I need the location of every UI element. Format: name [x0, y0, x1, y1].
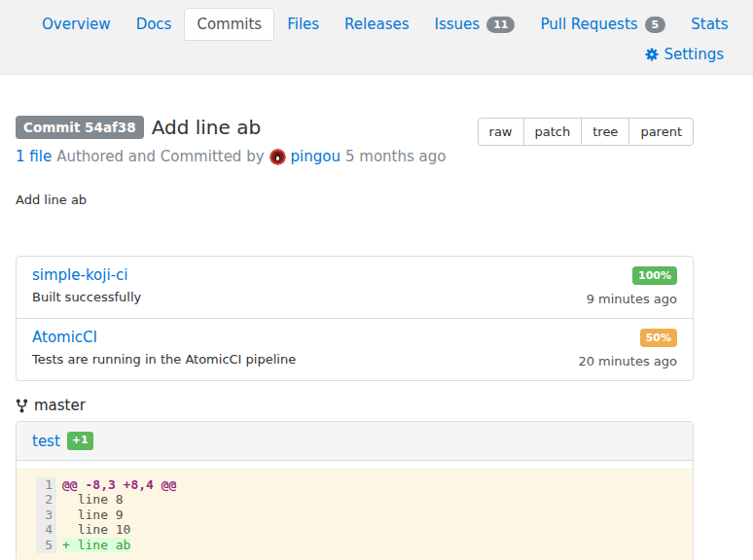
gear-icon	[645, 48, 659, 61]
ci-atomicci-link[interactable]: AtomicCI	[32, 329, 97, 346]
tab-issues[interactable]: Issues 11	[422, 8, 528, 41]
tab-files-label: Files	[287, 16, 319, 33]
line-number[interactable]: 2	[36, 492, 56, 508]
commit-time: 5 months ago	[345, 148, 446, 165]
tab-overview-label: Overview	[42, 16, 111, 33]
branch-name: master	[34, 397, 86, 414]
diff-line: 2 line 8	[17, 492, 693, 508]
commit-hash-badge: Commit 54af38	[16, 116, 144, 139]
settings-link[interactable]: Settings	[645, 46, 724, 63]
ci-info: AtomicCI Tests are running in the Atomic…	[32, 329, 296, 368]
files-changed-link[interactable]: 1 file	[16, 148, 52, 165]
commit-byline: 1 file Authored and Committed by pingou …	[16, 148, 446, 165]
ci-percent-badge: 50%	[640, 329, 677, 347]
diff-code-block: 1 @@ -8,3 +8,4 @@ 2 line 8 3 line 9 4 li…	[17, 469, 693, 560]
diff-line: 4 line 10	[17, 522, 693, 538]
patch-button[interactable]: patch	[523, 118, 583, 146]
project-nav-tabs: Overview Docs Commits Files Releases Iss…	[0, 8, 753, 41]
diff-line-text: line 8	[62, 492, 124, 507]
commit-actions: raw patch tree parent	[478, 118, 694, 146]
issues-count-badge: 11	[486, 17, 515, 33]
line-number[interactable]: 3	[36, 508, 56, 523]
tab-commits-label: Commits	[197, 16, 262, 33]
ci-percent-badge: 100%	[632, 266, 677, 285]
tab-files[interactable]: Files	[274, 8, 332, 41]
avatar	[269, 149, 286, 165]
diff-line-text: line 9	[62, 508, 124, 522]
ci-timestamp: 9 minutes ago	[587, 292, 677, 306]
tab-stats-label: Stats	[691, 16, 728, 33]
diff-line-text: line 10	[62, 522, 130, 537]
settings-label: Settings	[663, 46, 724, 63]
commit-description: Add line ab	[16, 192, 694, 207]
main-content: Commit 54af38Add line ab 1 file Authored…	[16, 116, 694, 560]
commit-title: Add line ab	[152, 116, 261, 139]
diff-panel-body: 1 @@ -8,3 +8,4 @@ 2 line 8 3 line 9 4 li…	[17, 461, 693, 560]
byline-text: Authored and Committed by	[56, 148, 264, 165]
ci-timestamp: 20 minutes ago	[578, 354, 677, 368]
diff-line-text: + line ab	[62, 538, 130, 552]
ci-result: 50% 20 minutes ago	[578, 329, 677, 368]
branch-indicator: master	[16, 397, 694, 414]
line-number[interactable]: 1	[36, 477, 56, 493]
settings-row: Settings	[0, 41, 753, 74]
diff-line-text: @@ -8,3 +8,4 @@	[62, 477, 176, 492]
author-link[interactable]: pingou	[291, 148, 341, 165]
tab-overview[interactable]: Overview	[29, 8, 124, 41]
tab-pull-requests[interactable]: Pull Requests 5	[527, 8, 678, 41]
ci-simple-koji-ci-link[interactable]: simple-koji-ci	[32, 266, 127, 284]
diff-file-link[interactable]: test	[32, 433, 60, 450]
additions-badge: +1	[67, 432, 93, 449]
tab-docs-label: Docs	[136, 16, 172, 33]
ci-result: 100% 9 minutes ago	[587, 266, 677, 306]
ci-info: simple-koji-ci Built successfully	[32, 266, 141, 306]
line-number[interactable]: 4	[36, 522, 56, 538]
ci-status-text: Built successfully	[32, 290, 141, 304]
tab-releases-label: Releases	[344, 16, 409, 33]
line-number[interactable]: 5	[36, 538, 56, 553]
diff-panel: test +1 1 @@ -8,3 +8,4 @@ 2 line 8 3 lin…	[16, 421, 694, 560]
code-fork-icon	[16, 399, 28, 413]
tree-button[interactable]: tree	[581, 118, 629, 146]
parent-button[interactable]: parent	[628, 118, 694, 146]
ci-status-text: Tests are running in the AtomicCI pipeli…	[32, 352, 296, 367]
tab-releases[interactable]: Releases	[332, 8, 421, 41]
diff-line: 1 @@ -8,3 +8,4 @@	[17, 477, 693, 493]
tab-docs[interactable]: Docs	[124, 8, 185, 41]
commit-header: Commit 54af38Add line ab 1 file Authored…	[16, 116, 694, 165]
ci-row-simple-koji-ci: simple-koji-ci Built successfully 100% 9…	[17, 257, 693, 318]
ci-row-atomicci: AtomicCI Tests are running in the Atomic…	[17, 318, 693, 380]
raw-button[interactable]: raw	[478, 118, 524, 146]
tab-commits[interactable]: Commits	[184, 8, 274, 41]
tab-stats[interactable]: Stats	[678, 8, 740, 41]
commit-title-block: Commit 54af38Add line ab 1 file Authored…	[16, 116, 446, 165]
commit-title-row: Commit 54af38Add line ab	[16, 116, 446, 139]
ci-status-list: simple-koji-ci Built successfully 100% 9…	[16, 256, 694, 381]
tab-pull-requests-label: Pull Requests	[540, 16, 637, 33]
pull-requests-count-badge: 5	[645, 17, 666, 33]
diff-line: 5 + line ab	[17, 538, 693, 553]
diff-panel-header: test +1	[17, 422, 693, 460]
tab-issues-label: Issues	[435, 16, 481, 33]
project-header: Overview Docs Commits Files Releases Iss…	[0, 0, 753, 75]
diff-line: 3 line 9	[17, 508, 693, 523]
